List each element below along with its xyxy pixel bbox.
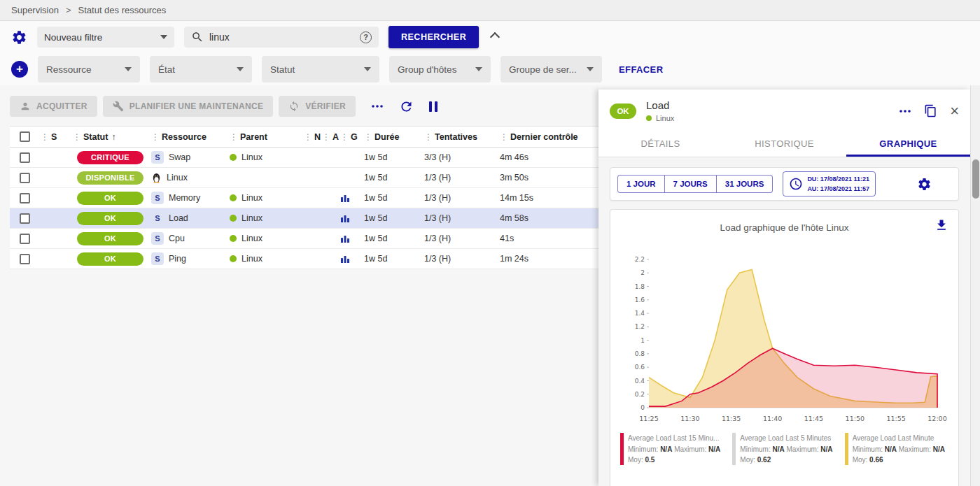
copy-link-icon[interactable] xyxy=(924,104,937,117)
tries-cell: 1/3 (H) xyxy=(424,173,500,183)
pause-icon[interactable] xyxy=(429,101,438,112)
parent-name[interactable]: Linux xyxy=(241,152,262,162)
legend-item[interactable]: Average Load Last MinuteMinimum: N/A Max… xyxy=(845,433,948,466)
resource-name[interactable]: Linux xyxy=(167,173,188,183)
resource-name[interactable]: Ping xyxy=(169,254,186,264)
chevron-up-icon[interactable] xyxy=(490,32,500,42)
check-button[interactable]: VÉRIFIER xyxy=(279,96,356,117)
row-checkbox[interactable] xyxy=(20,213,30,224)
column-a[interactable]: A xyxy=(322,132,340,142)
resource-name[interactable]: Swap xyxy=(169,152,190,162)
table-row[interactable]: CRITIQUE S Swap Linux 1w 5d 3/3 (H) 4m 4… xyxy=(10,148,598,168)
parent-name[interactable]: Linux xyxy=(241,254,262,264)
search-input[interactable] xyxy=(209,31,354,43)
drag-handle-icon[interactable] xyxy=(340,132,349,142)
chevron-down-icon xyxy=(475,67,482,71)
table-row[interactable]: OK S Ping Linux 1w 5d 1/3 (H) 1m 24s xyxy=(10,249,598,269)
search-button[interactable]: RECHERCHER xyxy=(388,26,479,48)
column-status[interactable]: Statut xyxy=(73,132,151,142)
legend-item[interactable]: Average Load Last 5 MinutesMinimum: N/A … xyxy=(732,433,836,466)
graph-icon[interactable] xyxy=(340,254,350,264)
tries-cell: 1/3 (H) xyxy=(424,254,500,264)
chip-status[interactable]: Statut xyxy=(262,56,379,83)
search-box[interactable] xyxy=(184,27,379,48)
column-tries[interactable]: Tentatives xyxy=(424,132,500,142)
tab-graph[interactable]: GRAPHIQUE xyxy=(846,131,970,157)
date-range-chip[interactable]: DU: 17/08/2021 11:21 AU: 17/08/2021 11:5… xyxy=(783,171,876,196)
clear-filters-button[interactable]: EFFACER xyxy=(619,64,663,75)
parent-status-dot xyxy=(230,235,237,242)
select-all-checkbox[interactable] xyxy=(20,131,30,142)
row-checkbox[interactable] xyxy=(20,234,30,244)
row-checkbox[interactable] xyxy=(20,152,30,163)
column-parent[interactable]: Parent xyxy=(230,132,304,142)
graph-card: Load graphique de l'hôte Linux 00.20.40.… xyxy=(610,209,959,486)
range-1day-button[interactable]: 1 JOUR xyxy=(617,175,665,193)
column-resource[interactable]: Ressource xyxy=(151,132,230,142)
row-checkbox[interactable] xyxy=(20,173,30,183)
sort-asc-icon[interactable] xyxy=(111,132,115,142)
row-checkbox[interactable] xyxy=(20,254,30,264)
parent-name[interactable]: Linux xyxy=(241,234,262,243)
legend-average: Moy: 0.62 xyxy=(740,455,832,466)
svg-text:0.6: 0.6 xyxy=(634,364,645,371)
tab-history[interactable]: HISTORIQUE xyxy=(722,131,846,157)
range-31days-button[interactable]: 31 JOURS xyxy=(716,175,774,193)
drag-handle-icon[interactable] xyxy=(304,132,312,142)
table-row[interactable]: OK S Cpu Linux 1w 5d 1/3 (H) 41s xyxy=(10,229,598,249)
chip-servicegroups[interactable]: Groupe de ser... xyxy=(500,56,602,83)
maintenance-button[interactable]: PLANIFIER UNE MAINTENANCE xyxy=(103,96,274,117)
drag-handle-icon[interactable] xyxy=(230,132,238,142)
resource-name[interactable]: Cpu xyxy=(169,234,185,243)
resource-name[interactable]: Memory xyxy=(169,193,200,203)
graph-icon[interactable] xyxy=(340,213,350,223)
legend-text: Average Load Last 15 Minu...Minimum: N/A… xyxy=(628,433,720,466)
add-criteria-icon[interactable] xyxy=(11,61,28,78)
table-row[interactable]: OK S Memory Linux 1w 5d 1/3 (H) 14m 15s xyxy=(10,188,598,208)
row-checkbox[interactable] xyxy=(20,193,30,203)
column-last-check[interactable]: Dernier contrôle xyxy=(500,132,598,142)
resource-name[interactable]: Load xyxy=(169,213,188,223)
drag-handle-icon[interactable] xyxy=(41,132,49,142)
column-severity[interactable]: S xyxy=(41,132,73,142)
svg-text:1.6: 1.6 xyxy=(634,296,645,303)
chip-hostgroups[interactable]: Group d'hôtes xyxy=(389,56,491,83)
filter-select[interactable]: Nouveau filtre xyxy=(37,27,174,48)
graph-icon[interactable] xyxy=(340,193,350,203)
graph-icon[interactable] xyxy=(340,234,350,243)
scrollbar-thumb[interactable] xyxy=(972,159,979,199)
column-n[interactable]: N xyxy=(304,132,322,142)
column-g[interactable]: G xyxy=(340,132,364,142)
download-icon[interactable] xyxy=(934,218,948,232)
legend-item[interactable]: Average Load Last 15 Minu...Minimum: N/A… xyxy=(620,433,724,466)
svg-text:0.2: 0.2 xyxy=(634,391,644,398)
drag-handle-icon[interactable] xyxy=(151,132,160,142)
more-actions-icon[interactable] xyxy=(371,104,384,108)
drag-handle-icon[interactable] xyxy=(322,132,330,142)
chip-state[interactable]: État xyxy=(150,56,252,83)
drag-handle-icon[interactable] xyxy=(364,132,372,142)
chip-resource[interactable]: Ressource xyxy=(38,56,140,83)
drag-handle-icon[interactable] xyxy=(73,132,81,142)
chevron-down-icon xyxy=(125,67,132,71)
parent-status-dot xyxy=(230,255,237,262)
drag-handle-icon[interactable] xyxy=(424,132,433,142)
help-icon[interactable] xyxy=(360,31,372,43)
close-icon[interactable] xyxy=(950,103,959,119)
parent-name[interactable]: Linux xyxy=(241,213,262,223)
filters-gear-icon[interactable] xyxy=(11,29,27,45)
table-row[interactable]: DISPONIBLE S Linux 1w 5d 1/3 (H) 3m 50s xyxy=(10,168,598,188)
refresh-icon[interactable] xyxy=(399,99,414,114)
acknowledge-button[interactable]: ACQUITTER xyxy=(10,96,97,117)
column-duration[interactable]: Durée xyxy=(364,132,424,142)
graph-settings-gear-icon[interactable] xyxy=(917,177,932,192)
parent-name[interactable]: Linux xyxy=(241,193,262,203)
breadcrumb-supervision[interactable]: Supervision xyxy=(11,5,59,15)
acknowledge-label: ACQUITTER xyxy=(36,101,88,111)
drag-handle-icon[interactable] xyxy=(500,132,508,142)
more-actions-icon[interactable] xyxy=(899,109,911,113)
table-row[interactable]: OK S Load Linux 1w 5d 1/3 (H) 4m 58s xyxy=(10,208,598,229)
tab-details[interactable]: DÉTAILS xyxy=(598,131,722,157)
range-7days-button[interactable]: 7 JOURS xyxy=(664,175,717,193)
scrollbar[interactable] xyxy=(970,85,980,486)
